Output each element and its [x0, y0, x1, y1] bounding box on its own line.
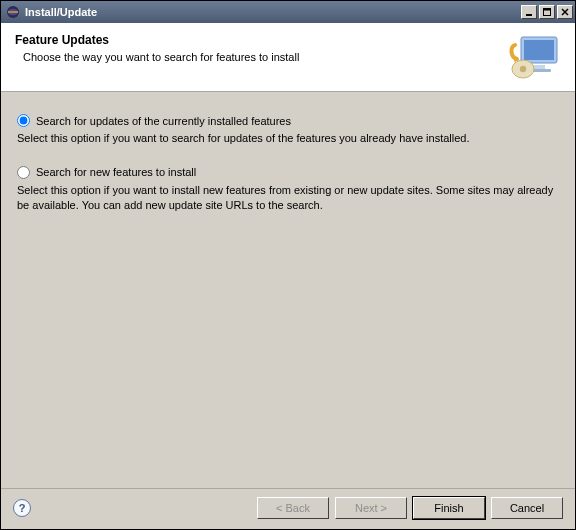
wizard-content: Search for updates of the currently inst…: [1, 92, 575, 488]
radio-search-updates[interactable]: [17, 114, 30, 127]
option-search-new-features-desc: Select this option if you want to instal…: [17, 183, 559, 213]
window-title: Install/Update: [25, 6, 519, 18]
next-button[interactable]: Next >: [335, 497, 407, 519]
svg-point-11: [520, 66, 526, 72]
maximize-button[interactable]: [539, 5, 555, 19]
close-button[interactable]: [557, 5, 573, 19]
svg-rect-5: [544, 9, 551, 11]
update-monitor-icon: [505, 33, 561, 81]
svg-rect-2: [8, 11, 18, 12]
option-search-updates-desc: Select this option if you want to search…: [17, 131, 559, 146]
svg-rect-8: [533, 65, 545, 69]
finish-button[interactable]: Finish: [413, 497, 485, 519]
radio-search-updates-label[interactable]: Search for updates of the currently inst…: [36, 115, 291, 127]
svg-rect-3: [526, 14, 532, 16]
svg-rect-7: [524, 40, 554, 60]
option-search-updates: Search for updates of the currently inst…: [17, 114, 559, 146]
back-button[interactable]: < Back: [257, 497, 329, 519]
wizard-header: Feature Updates Choose the way you want …: [1, 23, 575, 92]
page-title: Feature Updates: [15, 33, 505, 47]
eclipse-icon: [5, 4, 21, 20]
wizard-buttons: < Back Next > Finish Cancel: [257, 497, 563, 519]
minimize-button[interactable]: [521, 5, 537, 19]
wizard-footer: ? < Back Next > Finish Cancel: [1, 488, 575, 529]
page-subtitle: Choose the way you want to search for fe…: [15, 51, 505, 63]
radio-search-new-features-label[interactable]: Search for new features to install: [36, 166, 196, 178]
titlebar: Install/Update: [1, 1, 575, 23]
cancel-button[interactable]: Cancel: [491, 497, 563, 519]
option-search-new-features: Search for new features to install Selec…: [17, 166, 559, 213]
wizard-header-text: Feature Updates Choose the way you want …: [15, 33, 505, 63]
install-update-dialog: Install/Update Feature Updates Choose th…: [0, 0, 576, 530]
radio-search-new-features[interactable]: [17, 166, 30, 179]
help-icon[interactable]: ?: [13, 499, 31, 517]
window-controls: [519, 5, 573, 19]
